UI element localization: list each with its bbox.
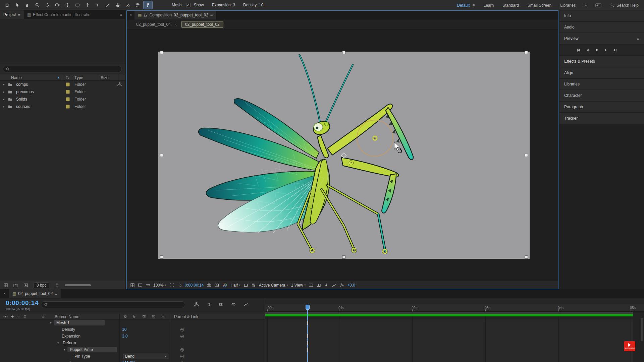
snapshot-icon[interactable] [207, 283, 211, 288]
property-row-density[interactable]: Density 10 ◎ [0, 326, 265, 333]
pen-tool-icon[interactable] [83, 1, 92, 9]
pin-type-dropdown[interactable]: Bend ▾ [123, 354, 168, 359]
property-value[interactable]: 100.0% [122, 361, 136, 362]
panel-menu-icon[interactable]: ≡ [637, 36, 639, 41]
transparency-grid-icon[interactable] [251, 283, 256, 288]
column-type[interactable]: Type [74, 75, 83, 80]
table-row[interactable]: ▸ sources Folder [0, 103, 125, 110]
panel-preview[interactable]: Preview≡ [559, 33, 644, 44]
label-color-chip[interactable] [66, 105, 70, 109]
search-help[interactable]: Search Help [610, 3, 639, 8]
panel-character[interactable]: Character [559, 90, 644, 101]
expansion-field[interactable]: Expansion: 3 [212, 3, 235, 7]
color-depth-button[interactable]: 8 bpc [34, 282, 49, 288]
proportional-grid-icon[interactable] [130, 283, 135, 288]
twirl-icon[interactable]: ▸ [3, 98, 5, 101]
first-frame-icon[interactable] [576, 48, 581, 52]
type-tool-icon[interactable]: T [93, 1, 102, 9]
tab-timeline[interactable]: ▦ 02_puppet_tool_02 ≡ [9, 289, 61, 298]
sort-ascending-icon[interactable]: ▲ [57, 76, 60, 79]
close-icon[interactable]: × [127, 13, 135, 17]
switches-blend-icon[interactable] [142, 314, 146, 318]
show-snapshot-icon[interactable] [214, 283, 219, 288]
lock-icon[interactable] [23, 314, 27, 318]
column-name[interactable]: Name [11, 75, 22, 80]
subscribe-overlay[interactable]: SUBSCRIBE [624, 341, 635, 351]
anchor-point[interactable] [341, 153, 346, 158]
vertical-scrollbar[interactable] [641, 318, 643, 341]
ruler-icon[interactable] [146, 283, 150, 288]
property-row-expansion[interactable]: Expansion 3.0 ◎ [0, 333, 265, 340]
column-index[interactable]: # [42, 314, 45, 319]
switches-shy-icon[interactable] [123, 314, 127, 318]
property-value[interactable]: 10 [122, 327, 126, 332]
column-size[interactable]: Size [101, 75, 108, 80]
property-row-mesh[interactable]: ▾ Mesh 1 [0, 319, 265, 326]
keyframe-tick[interactable] [307, 341, 308, 345]
panel-info[interactable]: Info [559, 10, 644, 21]
view-layout-select[interactable]: 1 View▾ [291, 283, 306, 288]
current-time-display[interactable]: 0:00:00:14 [185, 283, 204, 288]
panel-libraries[interactable]: Libraries [559, 79, 644, 89]
exposure-value[interactable]: +0.0 [347, 283, 355, 288]
label-color-chip[interactable] [66, 97, 70, 101]
twirl-icon[interactable]: ▸ [3, 90, 5, 94]
property-row-puppet-pin[interactable]: ▾ Puppet Pin 5 ◎ [0, 346, 265, 353]
timeline-search[interactable] [41, 301, 185, 308]
workspace-standard[interactable]: Standard [502, 3, 519, 8]
table-row[interactable]: ▸ Solids Folder [0, 96, 125, 103]
twirl-icon[interactable]: ▸ [3, 83, 5, 86]
tab-effect-controls[interactable]: ▦ Effect Controls mantis_illustratio [24, 12, 94, 17]
label-color-chip[interactable] [66, 90, 70, 94]
eye-icon[interactable] [3, 314, 8, 319]
shared-view-icon[interactable] [309, 283, 313, 288]
resolution-select[interactable]: Half▾ [230, 283, 240, 288]
previous-frame-icon[interactable] [585, 48, 590, 52]
fast-previews-icon[interactable] [324, 283, 329, 288]
property-row-partial[interactable]: 100.0% ◎ [0, 360, 265, 362]
new-composition-icon[interactable] [23, 283, 28, 288]
next-frame-icon[interactable] [604, 48, 608, 52]
mini-flowchart-icon[interactable] [194, 302, 199, 307]
home-icon[interactable] [3, 1, 11, 9]
workspace-learn[interactable]: Learn [483, 3, 494, 8]
sync-panel-icon[interactable] [595, 3, 601, 7]
time-ruler[interactable]: :00s 01s 02s 03s 04s 05s [265, 304, 644, 312]
panel-menu-icon[interactable]: ≡ [55, 291, 57, 296]
panel-audio[interactable]: Audio [559, 22, 644, 33]
graph-editor-icon[interactable] [244, 302, 249, 307]
workspace-menu-icon[interactable]: ≡ [472, 3, 475, 8]
switches-quality-icon[interactable] [161, 314, 165, 318]
workspace-default[interactable]: Default [457, 3, 470, 8]
panel-effects-presets[interactable]: Effects & Presets [559, 56, 644, 67]
timeline-current-time[interactable]: 0:00:00:14 [6, 299, 39, 307]
puppet-pin-tool-icon[interactable] [144, 1, 152, 9]
keyframe-tick[interactable] [307, 321, 308, 325]
region-of-interest-icon[interactable] [169, 283, 174, 288]
label-column-icon[interactable] [66, 76, 70, 80]
pickwhip-icon[interactable]: ◎ [180, 360, 184, 362]
exposure-icon[interactable] [339, 283, 344, 288]
close-icon[interactable]: × [0, 291, 9, 296]
show-channel-icon[interactable] [222, 283, 227, 288]
twirl-icon[interactable]: ▸ [3, 105, 5, 108]
interpret-footage-icon[interactable] [3, 283, 8, 288]
roto-brush-tool-icon[interactable] [133, 1, 142, 9]
table-row[interactable]: ▸ precomps Folder [0, 88, 125, 96]
twirl-icon[interactable]: ▾ [50, 321, 52, 324]
project-search[interactable] [3, 66, 122, 72]
twirl-icon[interactable]: ▾ [57, 341, 59, 345]
nav-prev-comp[interactable]: 02_puppet_tool_04 [136, 22, 171, 27]
nav-current-comp[interactable]: 02_puppet_tool_02 [181, 21, 223, 28]
panel-tracker[interactable]: Tracker [559, 113, 644, 124]
workspace-overflow-icon[interactable]: » [584, 3, 587, 8]
horizontal-scrollbar[interactable] [65, 284, 91, 286]
new-folder-icon[interactable] [13, 283, 18, 288]
stopwatch-icon[interactable] [68, 361, 72, 362]
3d-view-select[interactable]: Active Camera▾ [259, 283, 288, 288]
rotate-tool-icon[interactable] [43, 1, 52, 9]
switches-blur-icon[interactable] [152, 314, 156, 318]
pan-behind-tool-icon[interactable] [63, 1, 72, 9]
pickwhip-icon[interactable]: ◎ [180, 347, 184, 352]
pickwhip-icon[interactable]: ◎ [180, 334, 184, 339]
